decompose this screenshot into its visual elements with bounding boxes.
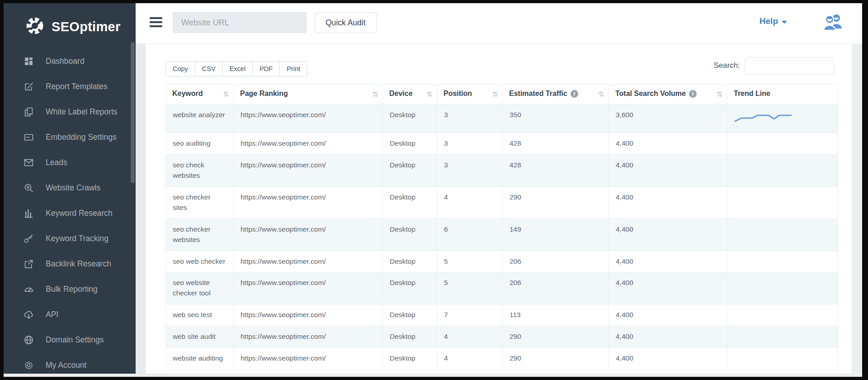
sidebar-item-bulk-reporting[interactable]: Bulk Reporting xyxy=(4,276,136,302)
cell-keyword: web site audit xyxy=(166,326,234,348)
sidebar-item-report-templates[interactable]: Report Templates xyxy=(4,74,136,99)
cell-estimated-traffic: 149 xyxy=(503,218,609,251)
print-export-button[interactable]: Print xyxy=(279,61,307,76)
cell-position: 6 xyxy=(437,218,503,251)
account-users-button[interactable] xyxy=(822,13,844,32)
sidebar-scrollbar[interactable] xyxy=(131,42,135,183)
page-horizontal-scrollbar[interactable] xyxy=(4,374,852,377)
sidebar-item-label: Keyword Research xyxy=(46,209,113,218)
column-header-estimated-traffic[interactable]: Estimated Traffici⇅ xyxy=(503,85,609,104)
cell-total-search-volume: 4,400 xyxy=(609,186,727,218)
sidebar-item-label: Leads xyxy=(46,158,67,167)
cell-device: Desktop xyxy=(383,272,437,304)
cell-estimated-traffic: 113 xyxy=(503,304,609,326)
sidebar-item-backlink-research[interactable]: Backlink Research xyxy=(4,251,136,276)
cell-estimated-traffic: 350 xyxy=(503,104,609,133)
brand-logo[interactable]: SEOptimer xyxy=(4,3,136,41)
sidebar-item-dashboard[interactable]: Dashboard xyxy=(4,48,136,74)
help-dropdown[interactable]: Help xyxy=(760,16,787,26)
excel-export-button[interactable]: Excel xyxy=(222,61,253,76)
table-row: seo checker websiteshttps://www.seoptime… xyxy=(166,218,838,251)
cell-page-ranking: https://www.seoptimer.com/ xyxy=(234,104,383,133)
info-icon[interactable]: i xyxy=(571,90,578,98)
sidebar-item-leads[interactable]: Leads xyxy=(4,150,136,175)
bulk-reporting-icon xyxy=(24,284,34,294)
api-cloud-icon xyxy=(24,309,34,320)
sort-icon: ⇅ xyxy=(717,90,723,99)
column-label: Keyword xyxy=(172,90,203,97)
website-crawls-icon xyxy=(24,183,34,193)
cell-device: Desktop xyxy=(383,104,437,133)
sidebar-item-embedding-settings[interactable]: Embedding Settings xyxy=(4,124,136,150)
cell-keyword: seo auditing xyxy=(166,133,234,154)
sidebar-item-keyword-tracking[interactable]: Keyword Tracking xyxy=(4,226,136,251)
my-account-gear-icon xyxy=(24,360,34,370)
brand-name: SEOptimer xyxy=(52,19,121,34)
cell-page-ranking: https://www.seoptimer.com/ xyxy=(234,251,383,272)
column-header-page-ranking[interactable]: Page Ranking⇅ xyxy=(234,85,383,104)
page-background-gutter xyxy=(136,44,146,377)
cell-position: 3 xyxy=(437,104,503,133)
column-header-device[interactable]: Device⇅ xyxy=(383,85,437,104)
sidebar-item-label: Bulk Reporting xyxy=(46,285,98,294)
sidebar-item-label: My Account xyxy=(46,361,86,370)
keyword-tracking-panel: CopyCSVExcelPDFPrint Search: Keyword⇅Pag… xyxy=(146,44,852,377)
cell-total-search-volume: 4,400 xyxy=(609,272,727,304)
cell-trend-line xyxy=(727,326,838,348)
cell-position: 4 xyxy=(437,326,503,348)
column-label: Page Ranking xyxy=(240,90,288,97)
sidebar-item-website-crawls[interactable]: Website Crawls xyxy=(4,175,136,200)
page-vertical-scrollbar[interactable] xyxy=(852,44,862,377)
pdf-export-button[interactable]: PDF xyxy=(252,61,280,76)
cell-page-ranking: https://www.seoptimer.com/ xyxy=(234,218,383,251)
column-header-trend-line: Trend Line xyxy=(727,85,838,104)
column-label: Position xyxy=(443,90,472,97)
sidebar-item-label: White Label Reports xyxy=(46,107,118,117)
seoptimer-gear-logo-icon xyxy=(24,15,45,38)
copy-export-button[interactable]: Copy xyxy=(165,61,195,76)
sidebar-item-my-account[interactable]: My Account xyxy=(4,352,136,377)
table-header-row: Keyword⇅Page Ranking⇅Device⇅Position⇅Est… xyxy=(166,85,838,104)
sidebar-item-label: Dashboard xyxy=(46,57,85,66)
sidebar-item-domain-settings[interactable]: Domain Settings xyxy=(4,327,136,352)
column-header-position[interactable]: Position⇅ xyxy=(437,85,503,104)
cell-estimated-traffic: 206 xyxy=(503,251,609,272)
sort-icon: ⇅ xyxy=(492,90,498,99)
cell-device: Desktop xyxy=(383,218,437,251)
cell-page-ranking: https://www.seoptimer.com/ xyxy=(234,326,383,348)
search-input[interactable] xyxy=(745,57,834,74)
table-row: website analyzerhttps://www.seoptimer.co… xyxy=(166,104,838,133)
sidebar-item-keyword-research[interactable]: Keyword Research xyxy=(4,200,136,226)
sidebar-item-api[interactable]: API xyxy=(4,302,136,327)
cell-keyword: website auditing xyxy=(166,348,234,370)
cell-estimated-traffic: 428 xyxy=(503,133,609,154)
column-header-total-search-volume[interactable]: Total Search Volumei⇅ xyxy=(609,85,727,104)
cell-page-ranking: https://www.seoptimer.com/ xyxy=(234,154,383,186)
cell-keyword: seo website checker tool xyxy=(166,272,234,304)
sidebar-item-label: Website Crawls xyxy=(46,183,100,193)
sidebar: SEOptimer DashboardReport TemplatesWhite… xyxy=(4,3,136,377)
quick-audit-button[interactable]: Quick Audit xyxy=(315,12,377,33)
sidebar-item-white-label-reports[interactable]: White Label Reports xyxy=(4,99,136,124)
cell-keyword: website analyzer xyxy=(166,104,234,133)
cell-trend-line xyxy=(727,218,838,251)
column-label: Total Search Volume xyxy=(615,90,686,97)
cell-total-search-volume: 4,400 xyxy=(609,154,727,186)
report-templates-icon xyxy=(24,81,34,92)
cell-position: 4 xyxy=(437,348,503,370)
cell-device: Desktop xyxy=(383,154,437,186)
cell-total-search-volume: 4,400 xyxy=(609,304,727,326)
column-header-keyword[interactable]: Keyword⇅ xyxy=(166,85,234,104)
csv-export-button[interactable]: CSV xyxy=(195,61,223,76)
sidebar-toggle-button[interactable] xyxy=(150,17,162,29)
cell-estimated-traffic: 290 xyxy=(503,326,609,348)
cell-estimated-traffic: 428 xyxy=(503,154,609,186)
cell-total-search-volume: 4,400 xyxy=(609,348,727,370)
cell-keyword: seo check websites xyxy=(166,154,234,186)
sidebar-nav: DashboardReport TemplatesWhite Label Rep… xyxy=(4,48,136,377)
hamburger-icon xyxy=(150,17,162,19)
info-icon[interactable]: i xyxy=(689,90,697,98)
cell-position: 7 xyxy=(437,304,503,326)
cell-device: Desktop xyxy=(383,304,437,326)
website-url-input[interactable] xyxy=(173,12,307,33)
